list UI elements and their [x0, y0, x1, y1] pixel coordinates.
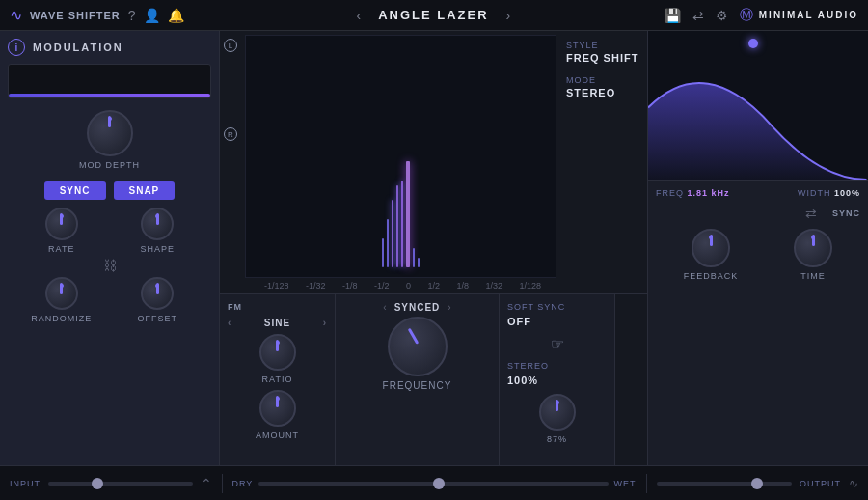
mod-depth-knob[interactable]: [87, 110, 133, 156]
l-label: L: [229, 42, 232, 50]
input-label: INPUT: [10, 479, 41, 488]
feedback-time-row: FEEDBACK TIME: [656, 229, 860, 281]
shape-knob[interactable]: [141, 208, 174, 240]
center-panel: L R: [220, 31, 648, 465]
knob-dot: [60, 214, 64, 218]
topbar-right: 💾 ⇄ ⚙ Ⓜ MINIMAL AUDIO: [665, 7, 858, 24]
knob-dot: [155, 214, 159, 218]
waveform-icon: ∿: [10, 6, 22, 24]
style-mode-panel: STYLE FREQ SHIFT MODE STEREO: [560, 31, 647, 293]
frequency-label: FREQUENCY: [383, 380, 452, 391]
spec-line: [418, 258, 420, 267]
r-label: R: [228, 130, 233, 139]
wave-icon[interactable]: ∿: [849, 477, 858, 490]
spectrum-freq-labels: -1/128 -1/32 -1/8 -1/2 0 1/2 1/8 1/32 1/…: [241, 278, 560, 293]
freq-mode-next-button[interactable]: ›: [448, 302, 450, 313]
offset-label: OFFSET: [138, 314, 178, 323]
freq-label-3: -1/2: [374, 281, 390, 291]
percent-knob-container: 87%: [507, 394, 607, 444]
info-button[interactable]: i: [8, 39, 25, 56]
percent-knob[interactable]: [539, 394, 576, 431]
expand-input-button[interactable]: ⌃: [201, 476, 212, 491]
randomize-container: RANDOMIZE: [17, 277, 106, 323]
output-label: OUTPUT: [800, 479, 841, 488]
soft-sync-panel: SOFT SYNC OFF ☞ STEREO 100% 87%: [500, 294, 615, 465]
freq-label-8: 1/128: [519, 281, 541, 291]
shuffle-icon[interactable]: ⇄: [692, 8, 704, 23]
frequency-panel: ‹ SYNCED › FREQUENCY: [336, 294, 500, 465]
style-label: STYLE: [566, 41, 641, 50]
freq-label-1: -1/32: [306, 281, 326, 291]
spec-line: [392, 200, 393, 267]
help-button[interactable]: ?: [128, 8, 136, 23]
spec-line: [382, 238, 384, 267]
dry-wet-slider-thumb[interactable]: [433, 478, 445, 489]
width-info: WIDTH 100%: [798, 188, 860, 198]
mod-display: [8, 64, 211, 98]
waveform-prev-button[interactable]: ‹: [228, 318, 231, 328]
mode-value: STEREO: [566, 87, 641, 98]
feedback-knob[interactable]: [692, 229, 730, 267]
time-label: TIME: [800, 271, 826, 281]
next-preset-button[interactable]: ›: [506, 8, 511, 23]
mode-label: MODE: [566, 75, 641, 85]
freq-value: 1.81 kHz: [688, 188, 730, 198]
sync-button[interactable]: SYNC: [44, 181, 106, 200]
bottombar: INPUT ⌃ DRY WET OUTPUT ∿: [0, 465, 868, 500]
width-value: 100%: [834, 188, 860, 198]
amount-knob[interactable]: [259, 390, 296, 427]
sync-row: ⇄ SYNC: [656, 206, 860, 221]
left-panel: i MODULATION MOD DEPTH SYNC SNAP RATE: [0, 31, 220, 465]
modulation-title: MODULATION: [33, 42, 123, 53]
spectrum-lines: [246, 36, 556, 277]
shape-container: SHAPE: [114, 208, 203, 254]
waveform-value: SINE: [264, 318, 290, 328]
input-slider-thumb[interactable]: [92, 478, 103, 489]
settings-icon[interactable]: ⚙: [716, 8, 728, 23]
fm-title: FM: [228, 302, 327, 312]
dry-wet-slider[interactable]: [258, 482, 608, 486]
brand-name: MINIMAL AUDIO: [759, 10, 858, 20]
right-panel: FREQ 1.81 kHz WIDTH 100% ⇄ SYNC FEEDBACK: [648, 31, 868, 465]
freq-mode-value: SYNCED: [394, 302, 441, 313]
right-top-display: [648, 31, 868, 181]
rate-knob[interactable]: [45, 208, 78, 240]
right-bottom: FREQ 1.81 kHz WIDTH 100% ⇄ SYNC FEEDBACK: [648, 181, 868, 465]
output-slider[interactable]: [657, 482, 793, 486]
randomize-knob[interactable]: [45, 277, 78, 310]
bell-icon[interactable]: 🔔: [168, 8, 184, 23]
curve-display: [648, 31, 867, 180]
knob-dot: [276, 397, 280, 401]
mod-depth-container: MOD DEPTH: [8, 106, 211, 174]
freq-label-5: 1/2: [427, 281, 440, 291]
freq-label-2: -1/8: [342, 281, 358, 291]
output-slider-thumb[interactable]: [751, 478, 763, 489]
freq-mode-prev-button[interactable]: ‹: [383, 302, 386, 313]
percent-value: 87%: [547, 434, 567, 444]
spectrum-area: L R: [220, 31, 647, 293]
knob-dot: [155, 284, 159, 288]
topbar-center: ‹ ANGLE LAZER ›: [203, 8, 665, 23]
input-slider[interactable]: [48, 482, 193, 486]
link-icon[interactable]: ⛓: [103, 258, 117, 273]
soft-sync-cursor[interactable]: ☞: [507, 335, 607, 353]
amount-label: AMOUNT: [256, 431, 299, 440]
frequency-knob[interactable]: [388, 317, 448, 376]
knob-dot: [811, 236, 815, 239]
ratio-knob[interactable]: [259, 334, 296, 371]
main-area: i MODULATION MOD DEPTH SYNC SNAP RATE: [0, 31, 868, 465]
offset-knob[interactable]: [141, 277, 174, 310]
shuffle-icon[interactable]: ⇄: [805, 206, 817, 221]
snap-button[interactable]: SNAP: [114, 181, 176, 200]
knob-dot: [276, 341, 280, 345]
spec-line: [413, 248, 415, 267]
save-icon[interactable]: 💾: [665, 8, 681, 23]
preset-name: ANGLE LAZER: [378, 8, 488, 22]
controls-row: FM ‹ SINE › RATIO AMOUNT: [220, 293, 647, 465]
input-section: INPUT ⌃: [10, 476, 212, 491]
time-knob[interactable]: [794, 229, 832, 267]
waveform-next-button[interactable]: ›: [323, 318, 327, 328]
prev-preset-button[interactable]: ‹: [356, 8, 361, 23]
amount-container: AMOUNT: [228, 390, 327, 440]
user-icon[interactable]: 👤: [144, 8, 160, 23]
